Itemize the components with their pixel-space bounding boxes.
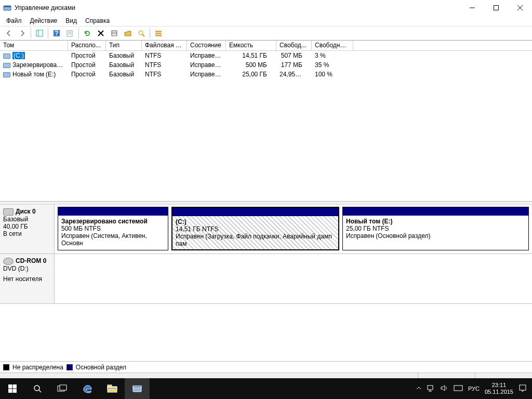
svg-rect-24 [13, 384, 17, 388]
svg-point-27 [34, 385, 39, 391]
tray-chevron-icon[interactable] [416, 385, 421, 392]
legend: Не распределена Основной раздел [0, 361, 532, 373]
part1-title: (C:) [176, 218, 187, 225]
cdrom-header[interactable]: CD-ROM 0 DVD (D:) Нет носителя [0, 254, 55, 303]
window-title: Управление дисками [15, 4, 460, 11]
svg-rect-23 [8, 384, 12, 388]
part2-title: Новый том (E:) [346, 218, 392, 225]
app-icon [3, 4, 11, 12]
cdrom-title: CD-ROM 0 [16, 257, 46, 264]
graphical-view: Диск 0 Базовый 40,00 ГБ В сети Зарезерви… [0, 205, 532, 361]
minimize-button[interactable] [460, 0, 484, 16]
svg-line-28 [39, 390, 41, 392]
disk0-status: В сети [3, 230, 51, 237]
panel-button[interactable] [33, 27, 46, 39]
svg-line-19 [142, 34, 144, 36]
part1-size: 14,51 ГБ NTFS [176, 225, 218, 233]
svg-text:?: ? [55, 30, 58, 37]
partition-c[interactable]: (C:) 14,51 ГБ NTFS Исправен (Загрузка, Ф… [171, 207, 339, 250]
svg-rect-26 [13, 389, 17, 393]
svg-rect-21 [155, 33, 162, 34]
disk-row-cdrom[interactable]: CD-ROM 0 DVD (D:) Нет носителя [0, 254, 532, 304]
volume-icon [3, 54, 10, 59]
legend-unallocated: Не распределена [12, 364, 63, 371]
cdrom-status: Нет носителя [3, 275, 51, 283]
volume-header[interactable]: Том Располо... Тип Файловая с... Состоян… [0, 41, 532, 51]
col-filesystem[interactable]: Файловая с... [142, 41, 187, 50]
search-button-taskbar[interactable] [25, 378, 50, 399]
svg-rect-32 [108, 385, 112, 387]
menu-file[interactable]: Файл [2, 16, 26, 25]
disk0-header[interactable]: Диск 0 Базовый 40,00 ГБ В сети [0, 205, 55, 254]
volume-row[interactable]: (C:)ПростойБазовыйNTFSИсправен...14,51 Г… [0, 51, 532, 60]
network-icon[interactable] [427, 384, 435, 393]
notifications-icon[interactable] [518, 384, 527, 393]
settings-button[interactable] [108, 27, 121, 39]
col-status[interactable]: Состояние [187, 41, 226, 50]
help-button[interactable]: ? [50, 27, 63, 39]
col-capacity[interactable]: Емкость [226, 41, 276, 50]
disk-row-0[interactable]: Диск 0 Базовый 40,00 ГБ В сети Зарезерви… [0, 205, 532, 254]
svg-rect-15 [112, 31, 117, 36]
taskview-button[interactable] [50, 378, 75, 399]
keyboard-icon[interactable] [454, 385, 463, 392]
list-button[interactable] [152, 27, 165, 39]
legend-swatch-primary [66, 364, 73, 370]
svg-rect-25 [8, 389, 12, 393]
menu-view[interactable]: Вид [61, 16, 81, 25]
clock-date: 05.11.2015 [485, 389, 513, 395]
svg-rect-33 [108, 388, 117, 389]
cdrom-drive: DVD (D:) [3, 265, 51, 272]
volume-row[interactable]: Новый том (E:)ПростойБазовыйNTFSИсправен… [0, 70, 532, 79]
part0-status: Исправен (Система, Активен, Основн [61, 232, 147, 247]
maximize-button[interactable] [484, 0, 508, 16]
start-button[interactable] [0, 378, 25, 399]
svg-rect-39 [454, 385, 462, 391]
properties-button[interactable] [64, 27, 76, 39]
titlebar: Управление дисками [0, 0, 532, 16]
back-button[interactable] [3, 27, 15, 39]
volume-list[interactable]: Том Располо... Тип Файловая с... Состоян… [0, 41, 532, 202]
legend-swatch-unallocated [3, 364, 9, 370]
svg-rect-1 [4, 6, 11, 7]
search-button[interactable] [135, 27, 148, 39]
col-volume[interactable]: Том [0, 41, 68, 50]
cdrom-icon [3, 258, 14, 265]
clock[interactable]: 23:11 05.11.2015 [485, 382, 513, 395]
volume-icon [3, 63, 10, 68]
open-button[interactable] [122, 27, 134, 39]
part0-size: 500 МБ NTFS [61, 225, 101, 232]
refresh-button[interactable] [81, 27, 94, 39]
part2-size: 25,00 ГБ NTFS [346, 225, 389, 232]
menu-action[interactable]: Действие [26, 16, 62, 25]
explorer-button[interactable] [100, 378, 125, 399]
col-free-pct[interactable]: Свободно % [312, 41, 353, 50]
close-button[interactable] [508, 0, 532, 16]
blank-area [0, 304, 532, 361]
partition-e[interactable]: Новый том (E:) 25,00 ГБ NTFS Исправен (О… [342, 207, 529, 250]
svg-rect-6 [36, 30, 43, 36]
col-layout[interactable]: Располо... [68, 41, 106, 50]
col-free[interactable]: Свобод... [276, 41, 312, 50]
svg-rect-35 [133, 386, 141, 388]
part1-status: Исправен (Загрузка, Файл подкачки, Авари… [176, 233, 332, 247]
forward-button[interactable] [16, 27, 29, 39]
tray: РУС 23:11 05.11.2015 [411, 382, 532, 395]
svg-rect-22 [155, 35, 162, 36]
svg-rect-3 [494, 6, 499, 10]
volume-icon[interactable] [440, 384, 448, 393]
menu-help[interactable]: Справка [81, 16, 114, 25]
volume-row[interactable]: Зарезервировано...ПростойБазовыйNTFSИспр… [0, 60, 532, 70]
delete-button[interactable] [95, 27, 107, 39]
col-type[interactable]: Тип [106, 41, 142, 50]
svg-rect-30 [60, 385, 66, 390]
partition-system-reserved[interactable]: Зарезервировано системой 500 МБ NTFS Исп… [58, 207, 168, 250]
volume-icon [3, 72, 10, 77]
menubar: Файл Действие Вид Справка [0, 16, 532, 26]
toolbar: ? [0, 26, 532, 41]
edge-button[interactable] [75, 378, 100, 399]
diskmgmt-button[interactable] [125, 378, 150, 399]
language-indicator[interactable]: РУС [468, 385, 480, 392]
disk0-size: 40,00 ГБ [3, 223, 51, 230]
svg-rect-36 [428, 385, 433, 390]
